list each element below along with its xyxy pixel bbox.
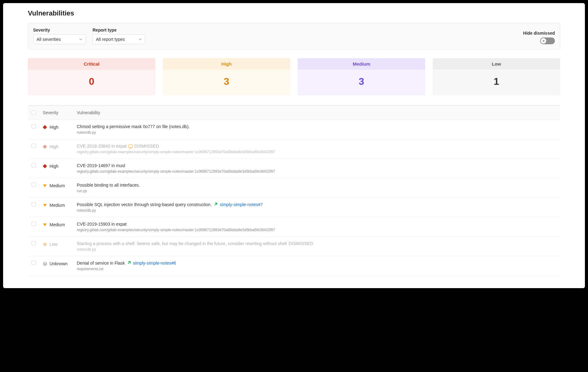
report-select-value: All report types <box>96 37 125 42</box>
table-row: HighChmod setting a permissive mask 0o77… <box>28 120 560 139</box>
row-checkbox[interactable] <box>32 183 36 187</box>
report-filter-group: Report type All report types <box>93 28 145 44</box>
row-check-cell <box>32 261 37 265</box>
chevron-down-icon <box>139 38 142 41</box>
row-vulnerability: Denial of service in Flask simply-simple… <box>77 261 556 271</box>
report-filter-label: Report type <box>93 28 145 32</box>
table-row: ?UnknownDenial of service in Flask simpl… <box>28 256 560 276</box>
severity-select[interactable]: All severities <box>33 34 86 44</box>
row-sub: registry.gitlab.com/gitlab-examples/secu… <box>77 228 556 232</box>
card-low[interactable]: Low 1 <box>433 58 560 95</box>
table-body: HighChmod setting a permissive mask 0o77… <box>28 120 560 276</box>
col-vulnerability-header: Vulnerability <box>77 110 556 115</box>
row-checkbox[interactable] <box>32 222 36 226</box>
card-low-count: 1 <box>433 70 560 95</box>
row-check-cell <box>32 124 37 128</box>
table-row: MediumCVE-2019-15903 in expatregistry.gi… <box>28 217 560 237</box>
dismissed-badge: DISMISSED <box>134 144 159 149</box>
row-severity-label: High <box>50 125 58 130</box>
row-checkbox[interactable] <box>32 144 36 148</box>
row-sub: requirements.txt <box>77 267 556 271</box>
row-sub: notes/db.py <box>77 130 556 135</box>
table-row: HighCVE-2019-14697 in muslregistry.gitla… <box>28 159 560 178</box>
severity-high-icon <box>43 164 47 168</box>
comment-icon <box>128 145 132 148</box>
dismissed-badge: DISMISSED <box>289 241 313 246</box>
vuln-title[interactable]: Possible binding to all interfaces. <box>77 183 140 188</box>
row-checkbox[interactable] <box>32 261 36 265</box>
row-checkbox[interactable] <box>32 202 36 206</box>
vuln-title[interactable]: CVE-2019-14697 in musl <box>77 163 125 168</box>
row-vulnerability: CVE-2018-20843 in expat DISMISSEDregistr… <box>77 144 556 154</box>
row-check-cell <box>32 202 37 206</box>
severity-low-icon <box>43 242 47 246</box>
row-vulnerability: Possible SQL injection vector through st… <box>77 202 556 213</box>
row-severity: High <box>43 144 71 149</box>
chevron-down-icon <box>79 38 82 41</box>
issue-link-icon <box>127 261 131 265</box>
row-check-cell <box>32 183 37 187</box>
row-sub: run.py <box>77 189 556 193</box>
table-row: LowStarting a process with a shell: Seem… <box>28 237 560 256</box>
card-low-label: Low <box>433 58 560 70</box>
row-severity: High <box>43 163 71 169</box>
row-sub: registry.gitlab.com/gitlab-examples/secu… <box>77 169 556 174</box>
row-severity-label: Medium <box>50 203 65 208</box>
row-severity-label: Low <box>50 242 58 247</box>
row-check-cell <box>32 163 37 167</box>
severity-medium-icon <box>43 184 47 188</box>
row-severity-label: Unknown <box>50 261 67 266</box>
severity-filter-label: Severity <box>33 28 86 32</box>
card-critical[interactable]: Critical 0 <box>28 58 155 95</box>
severity-high-icon <box>43 125 47 129</box>
hide-dismissed-label: Hide dismissed <box>523 31 555 36</box>
row-severity: ?Unknown <box>43 261 71 266</box>
row-vulnerability: CVE-2019-14697 in muslregistry.gitlab.co… <box>77 163 556 174</box>
card-medium[interactable]: Medium 3 <box>298 58 425 95</box>
select-all-checkbox[interactable] <box>32 110 36 115</box>
col-severity-header: Severity <box>43 110 71 115</box>
table-row: MediumPossible binding to all interfaces… <box>28 178 560 198</box>
row-severity: Medium <box>43 202 71 208</box>
row-severity: Medium <box>43 183 71 188</box>
row-severity: Low <box>43 241 71 247</box>
row-checkbox[interactable] <box>32 163 36 167</box>
card-high-count: 3 <box>163 70 290 95</box>
row-vulnerability: Chmod setting a permissive mask 0o777 on… <box>77 124 556 135</box>
hide-dismissed-group: Hide dismissed ✕ <box>523 31 555 44</box>
vuln-title[interactable]: Chmod setting a permissive mask 0o777 on… <box>77 124 190 129</box>
row-severity-label: High <box>50 144 58 149</box>
row-sub: registry.gitlab.com/gitlab-examples/secu… <box>77 150 556 154</box>
severity-medium-icon <box>43 223 47 227</box>
filter-bar: Severity All severities Report type All … <box>28 23 560 50</box>
issue-link[interactable]: simply-simple-notes#6 <box>133 261 176 266</box>
toggle-knob-off-icon: ✕ <box>541 38 546 44</box>
row-severity: High <box>43 124 71 130</box>
row-severity-label: Medium <box>50 183 65 188</box>
vuln-title[interactable]: CVE-2018-20843 in expat <box>77 144 127 149</box>
card-high[interactable]: High 3 <box>163 58 290 95</box>
select-all-cell <box>32 110 37 115</box>
vuln-title[interactable]: Starting a process with a shell: Seems s… <box>77 241 287 246</box>
row-checkbox[interactable] <box>32 241 36 245</box>
table-row: HighCVE-2018-20843 in expat DISMISSEDreg… <box>28 139 560 159</box>
hide-dismissed-toggle[interactable]: ✕ <box>540 37 555 44</box>
vuln-title[interactable]: CVE-2019-15903 in expat <box>77 222 127 227</box>
window: Vulnerabilities Severity All severities … <box>3 3 585 288</box>
row-sub: notes/db.py <box>77 208 556 213</box>
card-critical-count: 0 <box>28 70 155 95</box>
severity-unknown-icon: ? <box>43 262 47 266</box>
severity-select-value: All severities <box>37 37 61 42</box>
report-select[interactable]: All report types <box>93 34 145 44</box>
page-title: Vulnerabilities <box>28 9 560 17</box>
vuln-title[interactable]: Possible SQL injection vector through st… <box>77 202 212 207</box>
issue-link[interactable]: simply-simple-notes#7 <box>220 202 263 207</box>
table-header: Severity Vulnerability <box>28 106 560 120</box>
row-severity: Medium <box>43 222 71 227</box>
card-high-label: High <box>163 58 290 70</box>
vuln-title[interactable]: Denial of service in Flask <box>77 261 125 266</box>
row-sub: notes/db.py <box>77 247 556 252</box>
row-severity-label: High <box>50 164 58 169</box>
severity-cards: Critical 0 High 3 Medium 3 Low 1 <box>28 58 560 95</box>
row-checkbox[interactable] <box>32 124 36 128</box>
